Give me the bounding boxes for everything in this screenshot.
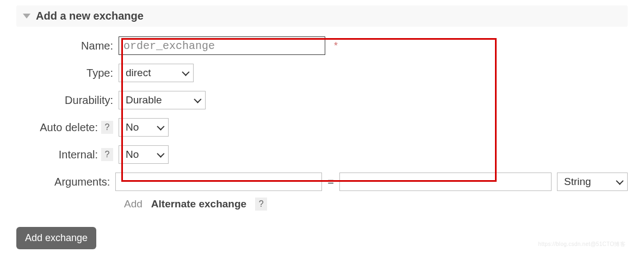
chevron-down-icon: [616, 177, 623, 185]
watermark-text: https://blog.csdn.net@51CTO博客: [538, 241, 626, 248]
auto-delete-help-icon[interactable]: ?: [101, 121, 113, 134]
auto-delete-select-value: No: [126, 121, 139, 133]
shortcuts-add-label: Add: [124, 198, 143, 210]
durability-select-value: Durable: [126, 94, 162, 106]
arguments-label: Arguments:: [16, 176, 115, 188]
internal-select-value: No: [126, 149, 139, 161]
type-select-value: direct: [126, 67, 151, 79]
chevron-down-icon: [157, 150, 164, 158]
chevron-down-icon: [23, 14, 30, 19]
add-exchange-form: Name: * Type: direct Durability: Durable: [16, 36, 628, 249]
section-title: Add a new exchange: [36, 10, 144, 22]
durability-select[interactable]: Durable: [119, 91, 206, 109]
required-marker: *: [334, 40, 338, 52]
chevron-down-icon: [157, 123, 164, 131]
internal-help-icon[interactable]: ?: [101, 148, 113, 161]
durability-label: Durability:: [16, 94, 119, 107]
auto-delete-label: Auto delete:: [40, 121, 98, 134]
chevron-down-icon: [194, 96, 201, 103]
chevron-down-icon: [182, 69, 189, 76]
auto-delete-select[interactable]: No: [119, 118, 169, 137]
section-header[interactable]: Add a new exchange: [16, 5, 628, 27]
type-select[interactable]: direct: [119, 64, 194, 82]
name-input[interactable]: [119, 36, 325, 55]
argument-type-select[interactable]: String: [557, 173, 628, 191]
alternate-exchange-help-icon[interactable]: ?: [255, 198, 267, 211]
internal-label: Internal:: [59, 149, 98, 161]
internal-select[interactable]: No: [119, 145, 169, 164]
name-label: Name:: [16, 40, 119, 52]
equals-sign: =: [327, 176, 334, 188]
argument-key-input[interactable]: [115, 173, 322, 191]
argument-type-select-value: String: [564, 176, 591, 188]
argument-value-input[interactable]: [339, 173, 552, 191]
alternate-exchange-shortcut[interactable]: Alternate exchange: [151, 198, 246, 210]
add-exchange-button[interactable]: Add exchange: [16, 227, 96, 249]
type-label: Type:: [16, 67, 119, 79]
